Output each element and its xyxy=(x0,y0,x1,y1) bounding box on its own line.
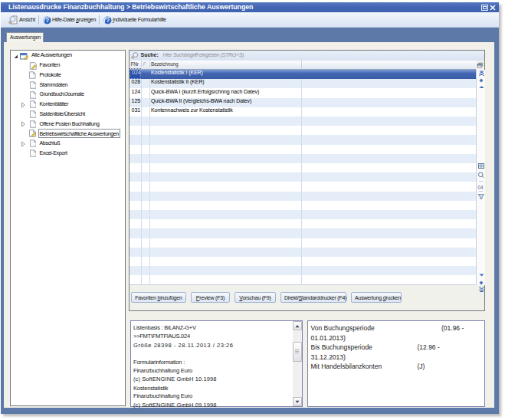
svg-text:04: 04 xyxy=(478,184,484,189)
